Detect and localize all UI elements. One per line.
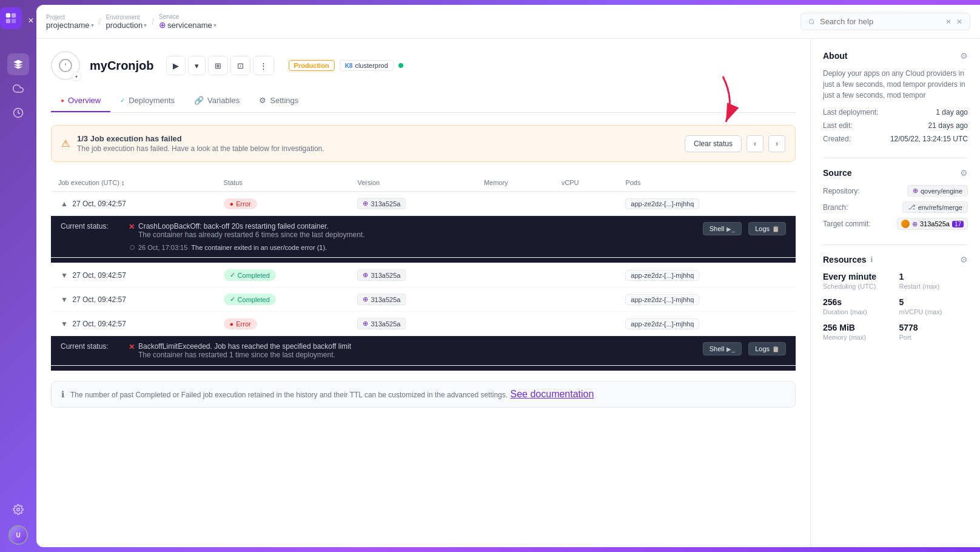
alert-section: ⚠ 1/3 Job execution has failed The job e… <box>51 125 796 162</box>
expand-button[interactable]: ▾ <box>188 56 206 75</box>
svg-rect-0 <box>6 13 10 18</box>
tab-deployments[interactable]: ✓ Deployments <box>110 90 184 112</box>
shell-button-row4[interactable]: Shell ▶_ <box>703 342 742 355</box>
pod-badge: app-ze2dz-[...]-mjhhq <box>625 318 699 329</box>
vcpu-value: 5 <box>899 297 968 307</box>
scheduling-value: Every minute <box>823 272 892 281</box>
version-badge: ⊕313a525a <box>357 198 406 209</box>
timeline-dot <box>130 245 135 250</box>
scheduling-sub: Scheduling (UTC) <box>823 283 892 290</box>
row4-expand-button[interactable]: ▼ <box>58 320 70 328</box>
target-commit-value: ⊕ 313a525a 17 <box>897 218 968 230</box>
source-section: Source ⚙ Repository: ⊕ qovery/engine Bra… <box>823 168 968 230</box>
search-clear-button[interactable]: ✕ <box>945 18 951 26</box>
sidebar: ✕ U <box>0 0 36 552</box>
col-version: Version <box>350 174 476 192</box>
error-x-icon2: ✕ <box>129 343 135 351</box>
last-edit-label: Last edit: <box>823 121 853 130</box>
app-logo[interactable] <box>0 7 22 29</box>
svg-point-5 <box>17 508 20 511</box>
clear-status-button[interactable]: Clear status <box>685 135 742 152</box>
col-status: Status <box>216 174 351 192</box>
logs-button-row1[interactable]: Logs 📋 <box>748 222 786 235</box>
center-panel: ▾ myCronjob ▶ ▾ ⊞ ⊡ ⋮ Production K8 clus… <box>36 39 810 547</box>
pod-badge: app-ze2dz-[...]-mjhhq <box>625 198 699 209</box>
error-main-text2: BackoffLimitExceeded. Job has reached th… <box>138 342 351 359</box>
info-text: The number of past Completed or Failed j… <box>70 391 508 399</box>
sidebar-item-layers[interactable] <box>7 53 29 75</box>
repository-label: Repository: <box>823 187 860 195</box>
service-title: myCronjob <box>90 59 154 73</box>
service-value[interactable]: ⊕ servicename ▾ <box>159 20 216 30</box>
play-button[interactable]: ▶ <box>166 56 186 75</box>
tab-overview[interactable]: ● Overview <box>51 90 110 112</box>
row1-expand-button[interactable]: ▲ <box>58 200 70 208</box>
service-label: Service <box>159 13 216 20</box>
logs-button-row4[interactable]: Logs 📋 <box>748 342 786 355</box>
vcpu-label: mVCPU (max) <box>899 308 968 315</box>
svg-rect-3 <box>12 19 16 23</box>
status-badge-completed: ✓Completed <box>224 294 276 305</box>
sidebar-item-cloud[interactable] <box>7 78 29 99</box>
pod-badge: app-ze2dz-[...]-mjhhq <box>625 294 699 305</box>
col-date: Job execution (UTC) ↕ <box>51 174 216 192</box>
search-bar[interactable]: ✕ ✕ <box>800 13 970 30</box>
breadcrumb-sep-2: / <box>152 17 154 27</box>
row2-expand-button[interactable]: ▼ <box>58 271 70 280</box>
source-gear-icon[interactable]: ⚙ <box>960 168 968 178</box>
see-documentation-link[interactable]: See documentation <box>511 389 594 399</box>
status-badge-error: ●Error <box>224 318 257 329</box>
svg-line-7 <box>813 23 814 24</box>
restart-label: Restart (max) <box>899 283 968 290</box>
environment-value[interactable]: production ▾ <box>106 21 147 30</box>
svg-point-6 <box>809 19 813 23</box>
about-gear-icon[interactable]: ⚙ <box>960 51 968 61</box>
cluster-badge: K8 clusterprod <box>340 60 394 71</box>
source-title: Source <box>823 168 851 178</box>
deploy-button[interactable]: ⊞ <box>208 56 228 75</box>
breadcrumb: Project projectname ▾ / Environment prod… <box>46 13 796 30</box>
project-value[interactable]: projectname ▾ <box>46 21 94 30</box>
sidebar-item-history[interactable] <box>7 102 29 124</box>
col-vcpu: vCPU <box>554 174 619 192</box>
breadcrumb-sep-1: / <box>99 17 101 27</box>
target-commit-label: Target commit: <box>823 220 871 228</box>
production-badge: Production <box>289 60 335 71</box>
last-deployment-label: Last deployment: <box>823 108 878 116</box>
service-icon: ▾ <box>51 51 80 80</box>
search-input[interactable] <box>820 17 941 26</box>
sidebar-item-settings[interactable] <box>7 499 29 520</box>
tab-variables[interactable]: 🔗 Variables <box>184 90 249 112</box>
pod-badge: app-ze2dz-[...]-mjhhq <box>625 270 699 281</box>
service-actions: ▶ ▾ ⊞ ⊡ ⋮ <box>166 56 274 75</box>
duration-value: 256s <box>823 297 892 307</box>
alert-next-button[interactable]: › <box>768 135 785 152</box>
port-value: 5778 <box>899 323 968 332</box>
col-memory: Memory <box>477 174 554 192</box>
alert-icon: ⚠ <box>61 138 70 149</box>
search-close-button[interactable]: ✕ <box>956 18 962 26</box>
branch-value: ⎇ env/refs/merge <box>902 201 968 213</box>
restart-value: 1 <box>899 272 968 281</box>
error-x-icon: ✕ <box>129 223 135 231</box>
shell-button-row1[interactable]: Shell ▶_ <box>703 222 742 235</box>
table-row: ▲ 27 Oct, 09:42:57 ●Error ⊕313a525a <box>51 192 796 216</box>
row3-expand-button[interactable]: ▼ <box>58 295 70 304</box>
table-row-detail: Current status: ✕ BackoffLimi <box>51 336 796 371</box>
alert-prev-button[interactable]: ‹ <box>747 135 764 152</box>
tab-settings[interactable]: ⚙ Settings <box>249 90 308 112</box>
table-row: ▼ 27 Oct, 09:42:57 ●Error ⊕313a525a <box>51 312 796 336</box>
terminal-button[interactable]: ⊡ <box>230 56 250 75</box>
table-row: ▼ 27 Oct, 09:42:57 ✓Completed ⊕313a525a <box>51 263 796 288</box>
memory-label: Memory (max) <box>823 334 892 341</box>
col-pods: Pods <box>618 174 796 192</box>
version-badge: ⊕313a525a <box>357 318 406 329</box>
resources-gear-icon[interactable]: ⚙ <box>960 255 968 264</box>
alert-description: The job execution has failed. Have a loo… <box>77 144 677 153</box>
svg-rect-1 <box>12 13 16 18</box>
alert-banner: ⚠ 1/3 Job execution has failed The job e… <box>51 125 796 162</box>
close-sidebar-button[interactable]: ✕ <box>25 15 36 26</box>
table-row-detail: Current status: ✕ CrashLoopBa <box>51 216 796 263</box>
user-avatar[interactable]: U <box>8 525 28 545</box>
more-button[interactable]: ⋮ <box>253 56 274 75</box>
